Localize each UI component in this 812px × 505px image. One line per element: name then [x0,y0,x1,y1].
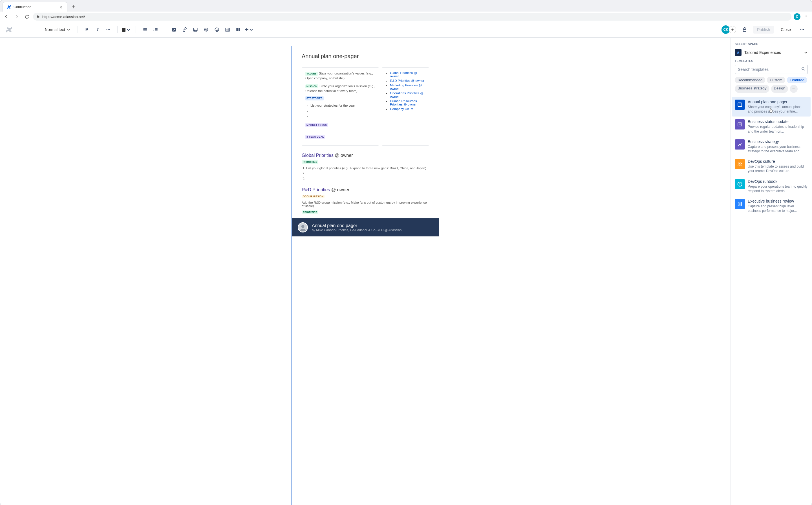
values-tag: VALUES [305,72,318,76]
template-desc: Capture and present high level business … [748,204,808,213]
mission-tag: MISSION [305,85,318,89]
priorities-tag: PRIORITIES [302,210,318,214]
svg-point-3 [106,29,107,30]
template-desc: Prepare your operations team to quickly … [748,184,808,193]
svg-rect-19 [236,28,238,31]
text-style-dropdown[interactable]: Normal text [42,26,73,34]
text-color-button[interactable] [122,25,131,34]
strategies-tag: STRATEGIES [305,96,324,101]
chip-recommended[interactable]: Recommended [735,77,765,83]
emoji-button[interactable] [212,25,221,34]
more-formatting-icon[interactable] [104,25,113,34]
goal-tag: 3-YEAR GOAL [305,135,325,139]
svg-point-22 [802,29,803,30]
browser-menu-icon[interactable] [803,14,809,19]
template-name: Business strategy [748,139,808,144]
template-item-executive-review[interactable]: Executive business review Capture and pr… [732,196,811,216]
chip-business-strategy[interactable]: Business strategy [735,85,769,93]
template-item-business-status[interactable]: Business status update Provide regular u… [732,117,811,136]
template-item-annual-plan[interactable]: Annual plan one pager Share your company… [732,97,811,117]
chip-featured[interactable]: Featured [787,77,807,83]
new-tab-button[interactable] [70,3,77,11]
link-item[interactable]: Human Resources Priorities @ owner [390,99,417,106]
template-item-devops-runbook[interactable]: DevOps runbook Prepare your operations t… [732,176,811,196]
svg-point-37 [740,163,742,164]
svg-point-15 [215,28,219,31]
search-templates-input[interactable] [735,65,808,74]
chip-more-icon[interactable] [790,85,798,93]
strategy-item [310,114,375,119]
back-button[interactable] [3,13,10,21]
page-title: Annual plan one-pager [302,53,429,59]
svg-rect-12 [172,28,176,31]
space-selector[interactable]: Tailored Experiences [732,48,811,59]
bullet-list-button[interactable] [141,25,150,34]
template-icon [735,119,745,130]
lock-icon [36,14,40,19]
search-icon [801,66,806,72]
tab-title: Confluence [14,5,57,9]
add-collaborator-button[interactable] [729,26,736,33]
template-desc: Share your company's annual plans and pr… [748,105,808,114]
link-item[interactable]: Company OKRs [390,107,413,111]
close-button[interactable]: Close [778,26,794,34]
select-space-label: SELECT SPACE [735,42,808,46]
bold-button[interactable] [82,25,91,34]
template-item-devops-culture[interactable]: DevOps culture Use this template to asse… [732,156,811,176]
section-heading: Global Priorities @ owner [302,153,429,158]
text-style-label: Normal text [45,27,65,32]
chevron-down-icon [249,27,253,32]
reload-button[interactable] [23,13,31,21]
layouts-button[interactable] [234,25,243,34]
link-item[interactable]: Operations Priorities @ owner [390,92,424,98]
mention-button[interactable] [202,25,211,34]
table-button[interactable] [223,25,232,34]
editor-canvas[interactable]: Annual plan one-pager VALUESState your o… [0,38,731,505]
template-desc: Capture and present your business strate… [748,144,808,154]
svg-rect-18 [226,28,229,31]
svg-rect-31 [738,123,742,126]
priority-item [306,177,429,181]
template-list: Annual plan one pager Share your company… [732,96,811,217]
link-item[interactable]: Global Priorities @ owner [390,71,417,78]
template-byline: by Mike Cannon-Brookes, Co-Founder & Co-… [312,228,401,231]
template-item-business-strategy[interactable]: Business strategy Capture and present yo… [732,137,811,156]
svg-point-17 [217,29,218,29]
action-item-button[interactable] [170,25,179,34]
link-button[interactable] [180,25,189,34]
browser-tab[interactable]: Confluence [3,2,67,12]
chip-custom[interactable]: Custom [767,77,785,83]
svg-point-6 [143,28,144,29]
confluence-logo-icon[interactable] [5,26,13,33]
link-item[interactable]: R&D Priorities @ owner [390,79,424,82]
priority-item [306,172,429,175]
insert-button[interactable] [244,25,253,34]
templates-label: TEMPLATES [735,59,808,63]
svg-point-16 [216,29,216,29]
chevron-down-icon [804,50,808,54]
template-name: Annual plan one pager [748,100,808,104]
link-item[interactable]: Marketing Priorities @ owner [390,83,422,90]
strategy-item [310,109,375,114]
svg-point-36 [738,163,740,164]
close-tab-icon[interactable] [59,5,63,9]
template-name: Business status update [748,119,808,124]
group-mission-tag: GROUP MISSION [302,195,324,198]
chevron-down-icon [126,27,131,32]
numbered-list-button[interactable]: 123 [151,25,160,34]
restrictions-icon[interactable] [740,25,749,34]
image-button[interactable] [191,25,200,34]
forward-button [13,13,21,21]
browser-chrome: Confluence https://acme.atlassian.net/ C [0,0,812,22]
italic-button[interactable] [93,25,102,34]
svg-point-1 [806,16,807,17]
chip-design[interactable]: Design [771,85,788,93]
svg-point-7 [143,29,144,30]
profile-avatar[interactable]: C [794,13,800,20]
templates-panel: SELECT SPACE Tailored Experiences TEMPLA… [731,38,812,505]
address-bar[interactable]: https://acme.atlassian.net/ [33,13,791,21]
svg-point-26 [802,67,804,70]
svg-point-29 [795,89,795,89]
group-mission-text: Add the R&D group mission (e.g., Make fa… [302,201,429,208]
more-actions-icon[interactable] [798,25,807,34]
